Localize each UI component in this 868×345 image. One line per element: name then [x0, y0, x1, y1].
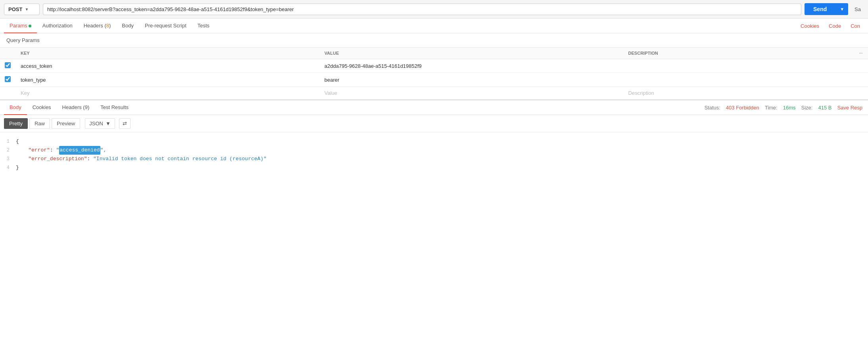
url-bar: POST ▼ Send ▼ Sa: [0, 0, 868, 19]
tab-tests-label: Tests: [198, 23, 209, 29]
col-header-key: KEY: [16, 48, 320, 59]
headers-count: 8: [106, 23, 109, 29]
row2-key[interactable]: token_type: [16, 73, 320, 87]
send-label: Send: [805, 6, 835, 12]
tab-params-label: Params: [10, 23, 27, 29]
wrap-button[interactable]: ⇄: [119, 118, 131, 129]
send-button[interactable]: Send ▼: [805, 3, 848, 15]
response-tab-cookies[interactable]: Cookies: [27, 100, 57, 115]
json-sep-2: :: [50, 146, 56, 155]
params-table: KEY VALUE DESCRIPTION ··· access_token a…: [0, 47, 868, 100]
view-raw-button[interactable]: Raw: [29, 118, 50, 129]
status-label: Status:: [704, 105, 720, 111]
line-num-3: 3: [0, 155, 16, 163]
rtab-con[interactable]: Con: [847, 19, 864, 33]
col-header-more: ···: [854, 48, 868, 59]
line-num-2: 2: [0, 146, 16, 154]
tab-authorization-label: Authorization: [42, 23, 73, 29]
tab-params[interactable]: Params: [4, 19, 37, 33]
response-tab-testresults[interactable]: Test Results: [95, 100, 134, 115]
save-button[interactable]: Sa: [851, 4, 864, 15]
tab-body-label: Body: [122, 23, 134, 29]
method-select[interactable]: POST ▼: [4, 4, 40, 15]
json-brace-close: }: [16, 163, 19, 172]
request-tabs: Params Authorization Headers (8) Body Pr…: [0, 19, 868, 33]
params-dot: [29, 25, 31, 27]
json-key-desc: "error_description": [28, 155, 87, 163]
json-line-2: 2 "error" : "access_denied",: [0, 146, 868, 155]
row1-key[interactable]: access_token: [16, 59, 320, 73]
tab-headers[interactable]: Headers (8): [78, 19, 117, 33]
json-body: 1 { 2 "error" : "access_denied", 3 "erro…: [0, 132, 868, 177]
json-brace-open: {: [16, 137, 19, 146]
method-chevron-icon: ▼: [25, 7, 29, 12]
right-tabs: Cookies Code Con: [797, 19, 864, 33]
table-row: token_type bearer: [0, 73, 868, 87]
save-response-button[interactable]: Save Resp: [837, 105, 862, 111]
tab-authorization[interactable]: Authorization: [37, 19, 78, 33]
json-line-1: 1 {: [0, 137, 868, 146]
response-meta: Status: 403 Forbidden Time: 16ms Size: 4…: [704, 105, 864, 111]
value-placeholder[interactable]: Value: [325, 90, 337, 96]
col-header-desc: DESCRIPTION: [624, 48, 854, 59]
view-preview-button[interactable]: Preview: [52, 118, 80, 129]
json-indent-2: [16, 146, 28, 155]
json-val-error-suffix: ",: [100, 146, 107, 155]
tab-prerequest[interactable]: Pre-request Script: [139, 19, 192, 33]
response-tab-headers[interactable]: Headers (9): [57, 100, 95, 115]
json-sep-3: :: [87, 155, 93, 163]
json-key-error: "error": [28, 146, 50, 155]
line-num-1: 1: [0, 138, 16, 146]
view-pretty-button[interactable]: Pretty: [4, 118, 28, 129]
response-section: Body Cookies Headers (9) Test Results St…: [0, 100, 868, 177]
response-tab-body[interactable]: Body: [4, 100, 27, 115]
format-chevron-icon: ▼: [106, 121, 111, 126]
json-indent-3: [16, 155, 28, 163]
json-val-error-prefix: ": [56, 146, 59, 155]
format-label: JSON: [89, 121, 103, 126]
row1-value[interactable]: a2dda795-9628-48ae-a515-4161d19852f9: [320, 59, 624, 73]
size-label: Size:: [801, 105, 813, 111]
row1-checkbox[interactable]: [5, 62, 11, 68]
json-val-error-highlighted[interactable]: access_denied: [59, 146, 100, 155]
col-header-value: VALUE: [320, 48, 624, 59]
tab-tests[interactable]: Tests: [192, 19, 215, 33]
send-arrow-icon[interactable]: ▼: [836, 7, 848, 12]
time-value: 16ms: [783, 105, 796, 111]
tab-headers-label: Headers (8): [84, 23, 111, 29]
format-select[interactable]: JSON ▼: [85, 118, 115, 129]
url-input[interactable]: [43, 4, 801, 15]
method-label: POST: [8, 6, 22, 12]
tab-body[interactable]: Body: [116, 19, 139, 33]
row1-desc[interactable]: [624, 59, 854, 73]
table-row: access_token a2dda795-9628-48ae-a515-416…: [0, 59, 868, 73]
line-num-4: 4: [0, 164, 16, 172]
rtab-code[interactable]: Code: [825, 19, 845, 33]
json-line-3: 3 "error_description" : "Invalid token d…: [0, 155, 868, 163]
time-label: Time:: [765, 105, 778, 111]
body-toolbar: Pretty Raw Preview JSON ▼ ⇄: [0, 115, 868, 132]
query-params-title: Query Params: [0, 33, 868, 47]
json-val-desc: "Invalid token does not contain resource…: [93, 155, 267, 163]
size-value: 415 B: [818, 105, 832, 111]
json-line-4: 4 }: [0, 163, 868, 172]
wrap-icon: ⇄: [123, 121, 127, 126]
status-value: 403 Forbidden: [726, 105, 759, 111]
table-row-placeholder: Key Value Description: [0, 87, 868, 100]
row2-checkbox[interactable]: [5, 76, 11, 82]
row2-value[interactable]: bearer: [320, 73, 624, 87]
row2-desc[interactable]: [624, 73, 854, 87]
col-header-check: [0, 48, 16, 59]
tab-prerequest-label: Pre-request Script: [145, 23, 186, 29]
response-tabs: Body Cookies Headers (9) Test Results St…: [0, 100, 868, 115]
desc-placeholder[interactable]: Description: [628, 90, 654, 96]
rtab-cookies[interactable]: Cookies: [797, 19, 823, 33]
key-placeholder[interactable]: Key: [21, 90, 29, 96]
